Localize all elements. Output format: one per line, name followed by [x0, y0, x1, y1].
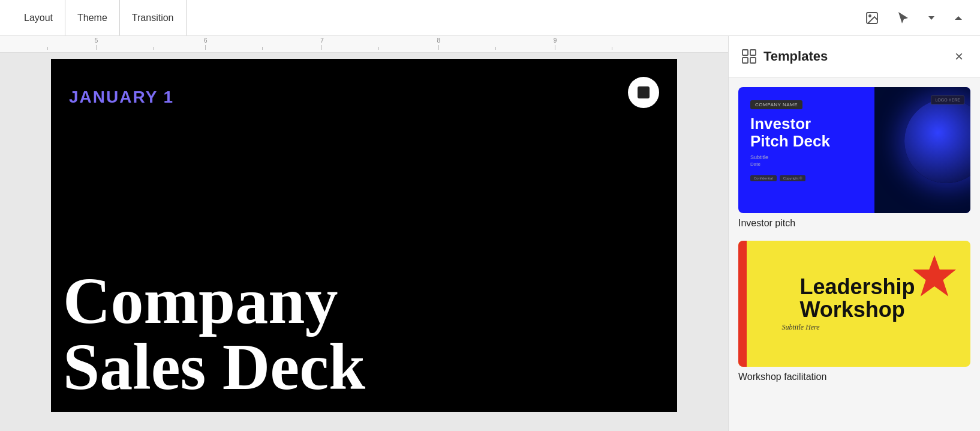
- investor-right-panel: LOGO HERE: [874, 87, 970, 213]
- toolbar-right-actions: [861, 7, 968, 29]
- ruler-marks: 5 6 7 8 9: [0, 36, 728, 52]
- workshop-red-bar: [738, 241, 747, 367]
- template-thumb-workshop[interactable]: LeadershipWorkshop Subtitle Here: [738, 241, 970, 367]
- toolbar: Layout Theme Transition: [0, 0, 980, 36]
- slide-date[interactable]: JANUARY 1: [69, 88, 174, 107]
- transition-button[interactable]: Transition: [120, 0, 187, 35]
- workshop-star-icon: [910, 253, 958, 301]
- investor-logo-placeholder: LOGO HERE: [931, 95, 964, 104]
- ruler-mark-6: 6: [204, 37, 208, 50]
- templates-header: Templates ×: [729, 36, 980, 77]
- workshop-template-preview: LeadershipWorkshop Subtitle Here: [738, 241, 970, 367]
- svg-rect-2: [742, 50, 748, 55]
- svg-point-1: [869, 15, 871, 17]
- investor-badge-1: Confidential: [750, 175, 777, 181]
- slide-title[interactable]: Company Sales Deck: [63, 268, 665, 400]
- investor-pitch-label: Investor pitch: [738, 218, 970, 229]
- ruler-mark-8: 8: [437, 37, 440, 50]
- svg-marker-6: [913, 255, 956, 297]
- templates-close-button[interactable]: ×: [950, 46, 968, 67]
- chevron-down-icon: [927, 14, 936, 22]
- record-icon: [638, 86, 650, 98]
- investor-template-preview: COMPANY NAME InvestorPitch Deck Subtitle…: [738, 87, 970, 213]
- ruler-mark-5: 5: [95, 37, 98, 50]
- slide[interactable]: JANUARY 1 Company Sales Deck: [51, 59, 677, 412]
- ruler-mark-9: 9: [554, 37, 557, 50]
- main-area: 5 6 7 8 9: [0, 36, 980, 431]
- workshop-decoration: [910, 253, 958, 303]
- investor-badge-2: Copyright ©: [780, 175, 806, 181]
- templates-panel-title: Templates: [763, 49, 950, 64]
- investor-orb: [904, 99, 970, 183]
- workshop-title: LeadershipWorkshop: [781, 276, 927, 321]
- svg-rect-5: [750, 58, 756, 63]
- canvas-area: 5 6 7 8 9: [0, 36, 728, 431]
- templates-panel: Templates × COMPANY NAME InvestorPitch D…: [728, 36, 980, 431]
- collapse-button[interactable]: [949, 8, 968, 28]
- template-thumb-investor[interactable]: COMPANY NAME InvestorPitch Deck Subtitle…: [738, 87, 970, 213]
- svg-rect-4: [742, 58, 748, 63]
- record-button[interactable]: [628, 77, 659, 108]
- template-item-investor-pitch[interactable]: COMPANY NAME InvestorPitch Deck Subtitle…: [738, 87, 970, 229]
- slide-title-line1: Company: [63, 264, 338, 337]
- templates-list[interactable]: COMPANY NAME InvestorPitch Deck Subtitle…: [729, 77, 980, 431]
- investor-date: Date: [750, 161, 862, 167]
- layout-button[interactable]: Layout: [12, 0, 65, 35]
- theme-button[interactable]: Theme: [65, 0, 120, 35]
- image-icon: [865, 11, 879, 25]
- ruler-mark-7: 7: [320, 37, 324, 50]
- investor-subtitle: Subtitle: [750, 154, 862, 160]
- template-item-workshop[interactable]: LeadershipWorkshop Subtitle Here Worksho…: [738, 241, 970, 382]
- templates-panel-icon: [741, 48, 757, 65]
- investor-company-tag: COMPANY NAME: [750, 100, 802, 109]
- insert-image-button[interactable]: [861, 7, 883, 29]
- investor-heading: InvestorPitch Deck: [750, 115, 862, 149]
- chevron-up-icon: [952, 12, 964, 24]
- svg-rect-3: [750, 50, 756, 55]
- cursor-icon: [896, 11, 910, 25]
- cursor-dropdown-button[interactable]: [924, 10, 939, 26]
- slide-title-line2: Sales Deck: [63, 330, 365, 403]
- slide-canvas[interactable]: JANUARY 1 Company Sales Deck: [0, 53, 728, 431]
- workshop-label: Workshop facilitation: [738, 372, 970, 382]
- investor-badges: Confidential Copyright ©: [750, 175, 862, 181]
- ruler: 5 6 7 8 9: [0, 36, 728, 53]
- workshop-subtitle: Subtitle Here: [781, 323, 819, 332]
- cursor-tool-button[interactable]: [892, 7, 914, 29]
